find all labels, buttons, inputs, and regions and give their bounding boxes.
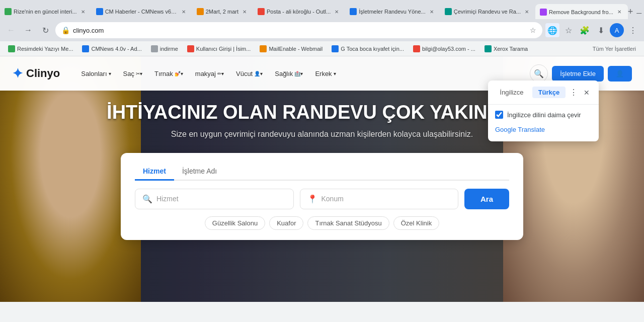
nav-search-button[interactable]: 🔍 [530,64,548,83]
bookmark-label-xerox: Xerox Tarama [494,46,528,52]
nav-link-erkek[interactable]: Erkek ▾ [310,67,341,80]
download-button[interactable]: ⬇ [594,23,608,37]
tab-cmnews[interactable]: CM Haberler - CMNews v6 A... ✕ [92,4,192,19]
tab-close-posta[interactable]: ✕ [333,8,341,16]
tab-2mart[interactable]: 2Mart, 2 mart ✕ [192,4,253,19]
bookmarks-bar: Resimdeki Yazıyı Me... CMNews 4.0v - Ad.… [0,41,644,56]
translate-always-checkbox[interactable] [495,111,503,119]
hero-title: İHTİYACINIZ OLAN RANDEVU ÇOK YAKINIZDA. [107,102,537,124]
nav-link-makyaj[interactable]: makyaj ✏▾ [190,67,229,80]
tab-close-2mart[interactable]: ✕ [240,8,249,16]
minimize-button[interactable]: ─ [633,7,644,19]
bookmark-cmnews[interactable]: CMNews 4.0v - Ad... [78,43,145,54]
nav-link-salonlari[interactable]: Salonları ▾ [76,67,116,80]
tab-favicon-2mart [197,8,204,15]
nav-link-saglik[interactable]: Sağlık 🏥▾ [270,67,308,80]
bookmark-resimdeki[interactable]: Resimdeki Yazıyı Me... [4,43,77,54]
logo-text: Clinyo [26,67,60,80]
nav-link-vucut[interactable]: Vücut 👤▾ [231,67,268,80]
bookmark-toca[interactable]: G Toca boca kıyafet için... [328,43,408,54]
tab-posta[interactable]: Posta - ali köroğlu - Outl... ✕ [253,4,345,19]
clinyo-logo[interactable]: ✦ Clinyo [12,66,60,82]
bookmark-star-icon[interactable]: ☆ [530,26,536,34]
bookmark-favicon-bilgi [413,45,420,52]
tab-close-removebg[interactable]: ✕ [615,8,623,16]
search-box: Hizmet İşletme Adı 🔍 Hizmet 📍 Konum Ara … [121,153,523,240]
tab-close-isletmeler[interactable]: ✕ [428,8,436,16]
tab-cevrimici[interactable]: Çevrimiçi Randevu ve Ra... ✕ [440,4,535,19]
nav-arrow-sac: ✂▾ [136,71,142,76]
search-tag-guzellik[interactable]: Güzellik Salonu [205,216,265,230]
nav-link-salonlari-label: Salonları [81,70,107,77]
hero-subtitle: Size en uygun çevrimiçi randevuyu alanın… [171,130,473,139]
tab-favicon-posta [258,8,265,15]
bookmark-mailenable[interactable]: MailEnable - Webmail [256,43,327,54]
translate-header: İngilizce Türkçe ⋮ ✕ [488,80,599,105]
address-bar-row: ← → ↻ 🔒 clinyo.com ☆ 🌐 ☆ 🧩 ⬇ A ⋮ [0,19,644,41]
nav-register-button[interactable]: İşletme Ekle [552,66,604,82]
extensions-button[interactable]: 🧩 [578,23,592,37]
service-search-icon: 🔍 [142,194,152,204]
search-tag-kuafor[interactable]: Kuafor [269,216,303,230]
service-search-field[interactable]: 🔍 Hizmet [135,189,294,209]
bookmark-label-resimdeki: Resimdeki Yazıyı Me... [17,46,73,52]
tab-title-rize: Rize'nin en güncel interi... [14,9,77,15]
location-search-field[interactable]: 📍 Konum [300,189,459,209]
translate-options-button[interactable]: ⋮ [570,88,578,97]
search-tab-service[interactable]: Hizmet [135,163,174,181]
tab-isletmeler[interactable]: İşletmeler Randevu Yöne... ✕ [345,4,440,19]
bookmark-label-bilgi: bilgi@olay53.com - ... [422,46,475,52]
search-tag-tirnak[interactable]: Tırnak Sanat Stüdyosu [307,216,389,230]
menu-button[interactable]: ⋮ [626,23,640,37]
url-display: clinyo.com [73,27,527,34]
translate-body: İngilizce dilini daima çevir Google Tran… [488,105,599,141]
google-translate-link[interactable]: Google Translate [495,124,592,135]
reload-button[interactable]: ↻ [38,23,52,37]
bookmark-label-indirme: indirme [160,46,178,52]
tab-title-cevrimici: Çevrimiçi Randevu ve Ra... [454,9,521,15]
tab-title-posta: Posta - ali köroğlu - Outl... [267,9,331,15]
bookmark-xerox[interactable]: Xerox Tarama [480,43,532,54]
address-bar[interactable]: 🔒 clinyo.com ☆ [55,22,542,38]
bookmark-label-cmnews: CMNews 4.0v - Ad... [91,46,141,52]
bookmark-button[interactable]: ☆ [561,23,576,37]
nav-login-button[interactable]: 👤 [608,66,632,82]
bookmark-indirme[interactable]: indirme [147,43,182,54]
tab-close-cmnews[interactable]: ✕ [180,8,188,16]
service-placeholder: Hizmet [156,195,179,203]
back-button[interactable]: ← [4,23,18,37]
bookmark-kullanici[interactable]: Kullanıcı Girişi | İsim... [183,43,255,54]
bookmarks-more-button[interactable]: Tüm Yer İşaretleri [589,44,640,54]
location-icon: 📍 [307,194,317,204]
bookmark-favicon-kullanici [187,45,194,52]
nav-arrow-vucut: 👤▾ [254,71,263,76]
tab-close-rize[interactable]: ✕ [79,8,87,16]
translate-close-button[interactable]: ✕ [582,88,592,98]
nav-link-sac[interactable]: Saç ✂▾ [118,67,147,80]
nav-arrow-salonlari: ▾ [109,71,111,76]
nav-link-tirnak-label: Tırnak [154,70,173,77]
tab-close-cevrimici[interactable]: ✕ [523,8,531,16]
tab-rize[interactable]: Rize'nin en güncel interi... ✕ [0,4,92,19]
search-button[interactable]: Ara [464,189,509,209]
bookmark-favicon-resimdeki [8,45,15,52]
translate-icon[interactable]: 🌐 [545,23,559,37]
tab-removebg[interactable]: Remove Background fro... ✕ [535,4,628,19]
new-tab-button[interactable]: + [628,4,633,19]
profile-button[interactable]: A [610,23,624,37]
translate-to-lang[interactable]: Türkçe [532,87,566,98]
nav-link-sac-label: Saç [123,70,134,77]
tab-favicon-isletmeler [350,8,357,15]
forward-button[interactable]: → [21,23,35,37]
translate-from-lang[interactable]: İngilizce [495,87,528,98]
bookmark-favicon-indirme [151,45,158,52]
translate-always-row: İngilizce dilini daima çevir [495,111,592,119]
tab-title-cmnews: CM Haberler - CMNews v6 A... [105,9,178,15]
bookmark-label-toca: G Toca boca kıyafet için... [341,46,404,52]
search-tag-klinik[interactable]: Özel Klinik [393,216,439,230]
nav-link-tirnak[interactable]: Tırnak 💅▾ [149,67,188,80]
bookmark-bilgi[interactable]: bilgi@olay53.com - ... [409,43,479,54]
bookmark-favicon-xerox [485,45,492,52]
nav-link-erkek-label: Erkek [315,70,332,77]
search-tab-business[interactable]: İşletme Adı [174,163,225,181]
